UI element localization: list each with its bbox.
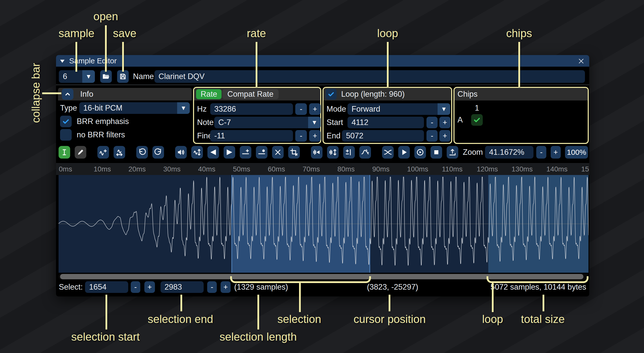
fade-in-button[interactable] [207,146,219,159]
make-wavetable-button[interactable] [447,146,458,159]
chips-panel-header: Chips [454,88,588,100]
normalize-button[interactable] [191,146,203,159]
invert-button[interactable] [327,146,339,159]
amplify-button[interactable] [175,146,187,159]
filter-button[interactable] [359,146,371,159]
loop-start-label: Start [327,117,343,128]
timeline-tick: 30ms [163,163,180,175]
chevron-down-icon[interactable]: ▼ [177,102,190,114]
timeline-ruler[interactable]: 0ms10ms20ms30ms40ms50ms60ms70ms80ms90ms1… [56,163,589,175]
timeline-tick: 130ms [512,163,533,175]
signed-unsigned-button[interactable] [343,146,355,159]
type-label: Type [60,102,77,114]
collapse-bar-button[interactable] [62,89,73,100]
zoom-in-button[interactable]: + [551,146,561,159]
redo-button[interactable] [152,146,164,159]
waveform-display[interactable] [59,175,588,273]
selection-start-decrement-button[interactable]: - [131,281,140,293]
fade-out-button[interactable] [224,146,235,159]
loop-bracket [487,276,588,283]
hz-decrement-button[interactable]: - [295,103,307,115]
annotation-line-open [105,25,107,72]
loop-panel-title: Loop (length: 960) [341,90,405,98]
fade-in-icon [209,148,217,156]
annotation-loop-top: loop [377,27,398,39]
delete-button[interactable] [272,146,284,159]
selection-end-increment-button[interactable]: + [221,281,231,293]
name-input[interactable]: Clarinet DQV [154,70,585,83]
sample-type-dropdown[interactable]: 16-bit PCM ▼ [79,102,190,114]
annotation-line-rate [256,42,257,87]
chevron-down-icon[interactable]: ▼ [82,70,95,83]
fine-input[interactable]: -11 [210,130,293,142]
fine-increment-button[interactable]: + [309,130,321,142]
loop-start-decrement-button[interactable]: - [426,117,438,128]
check-icon [62,117,70,125]
save-sample-button[interactable] [117,70,129,83]
sample-editor-window: Sample Editor 6 ▼ Name Clarinet DQV [56,55,589,296]
preview-cursor-icon [416,148,424,156]
trim-button[interactable] [288,146,300,159]
undo-icon [138,148,146,156]
hz-increment-button[interactable]: + [309,103,321,115]
annotation-line-selection [299,282,301,312]
loop-end-increment-button[interactable]: + [439,130,450,142]
sample-selector[interactable]: 6 ▼ [59,70,95,83]
stop-preview-button[interactable] [431,146,442,159]
no-brr-filters-checkbox[interactable] [60,129,72,141]
fine-decrement-button[interactable]: - [295,130,307,142]
loop-panel: Loop (length: 960) Mode Forward ▼ Start … [323,87,452,144]
tab-compat-rate[interactable]: Compat Rate [222,89,279,99]
selection-end-value: 2983 [165,283,182,291]
info-panel-header[interactable]: Info [58,88,192,100]
rate-panel-header: Rate Compat Rate [194,88,320,100]
timeline-tick: 100ms [407,163,428,175]
selection-end-decrement-button[interactable]: - [207,281,217,293]
annotation-line-save [122,42,124,72]
apply-silence-button[interactable] [256,146,267,159]
tab-rate[interactable]: Rate [196,89,222,99]
select-mode-button[interactable] [59,146,70,159]
resize-button[interactable] [114,146,125,159]
selection-start-input[interactable]: 1654 [85,281,128,293]
loop-end-decrement-button[interactable]: - [426,130,438,142]
undo-button[interactable] [136,146,148,159]
close-icon[interactable] [577,57,585,65]
rate-panel: Rate Compat Rate Hz 33286 - + Note C-7 ▼… [193,87,321,144]
timeline-tick: 0ms [59,163,72,175]
floppy-icon [117,73,129,80]
toolbar: Zoom 41.1672% - + 100% [56,146,589,159]
hz-input[interactable]: 33286 [210,103,293,115]
selection-start-increment-button[interactable]: + [144,281,155,293]
chevron-down-icon[interactable]: ▼ [308,117,321,128]
insert-icon [99,148,107,156]
annotation-total-size: total size [521,313,565,325]
titlebar[interactable]: Sample Editor [56,55,589,67]
insert-silence-button[interactable] [240,146,251,159]
preview-button[interactable] [398,146,410,159]
crossfade-button[interactable] [382,146,394,159]
zoom-out-button[interactable]: - [536,146,546,159]
reverse-button[interactable] [311,146,323,159]
loop-mode-value: Forward [352,103,380,115]
brr-emphasis-checkbox[interactable] [60,116,72,127]
loop-end-input[interactable]: 5072 [342,130,424,142]
annotation-selection: selection [277,313,321,325]
preview-cursor-button[interactable] [414,146,426,159]
annotation-loop-bottom: loop [482,313,503,325]
loop-mode-dropdown[interactable]: Forward ▼ [347,103,450,115]
open-sample-button[interactable] [100,70,112,83]
loop-start-increment-button[interactable]: + [439,117,450,128]
loop-enable-checkbox[interactable] [326,89,337,100]
note-dropdown[interactable]: C-7 ▼ [214,117,321,128]
draw-mode-button[interactable] [75,146,86,159]
loop-start-input[interactable]: 4112 [347,117,424,128]
zoom-input[interactable]: 41.1672% [485,146,533,159]
chevron-down-icon[interactable]: ▼ [438,103,450,115]
selection-end-input[interactable]: 2983 [160,281,204,293]
zoom-reset-button[interactable]: 100% [565,146,588,159]
window-collapse-icon[interactable] [59,58,66,64]
insert-button[interactable] [97,146,109,159]
chip-enable-checkbox[interactable] [471,114,483,126]
annotation-collapse-bar: collapse bar [30,63,42,123]
